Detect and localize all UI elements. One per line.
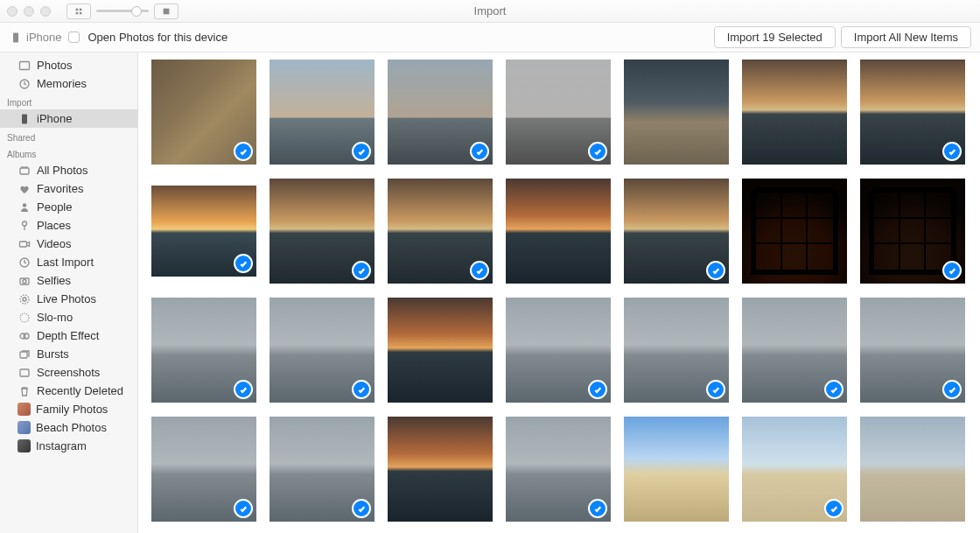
photo-thumbnail[interactable] [388,298,493,403]
photo-thumbnail[interactable] [270,179,374,284]
selected-check-icon [824,380,844,399]
sidebar-item-selfies[interactable]: Selfies [0,271,137,290]
photo-thumbnail[interactable] [506,179,611,284]
live-icon [18,292,32,306]
device-name: iPhone [26,31,61,44]
photo-thumbnail[interactable] [624,298,729,403]
thumbnail-size-slider[interactable] [96,10,149,12]
zoom-in-grid-button[interactable] [154,4,178,19]
sidebar-item-live-photos[interactable]: Live Photos [0,290,137,308]
open-photos-checkbox[interactable] [68,32,80,43]
device-indicator: iPhone [9,31,61,45]
sidebar-item-family-photos[interactable]: Family Photos [0,400,137,418]
trash-icon [18,384,32,398]
svg-rect-22 [20,369,29,376]
selected-check-icon [588,499,607,518]
import-toolbar: iPhone Open Photos for this device Impor… [0,23,980,53]
selected-check-icon [824,499,844,518]
heart-icon [18,182,32,196]
phone-icon [9,31,23,45]
sidebar-item-favorites[interactable]: Favorites [0,179,137,198]
photo-thumbnail[interactable] [860,60,965,165]
video-icon [18,237,32,251]
album-thumb-icon [18,403,31,416]
sidebar-item-bursts[interactable]: Bursts [0,345,137,363]
selected-check-icon [942,380,962,399]
photo-thumbnail[interactable] [151,186,256,277]
svg-rect-8 [22,114,27,123]
photo-thumbnail[interactable] [742,417,847,522]
photo-thumbnail[interactable] [742,298,847,403]
sidebar-item-places[interactable]: Places [0,216,137,235]
photo-thumbnail[interactable] [860,417,965,522]
svg-rect-9 [20,168,29,174]
photo-thumbnail[interactable] [388,60,493,165]
photo-thumbnail[interactable] [151,417,256,522]
svg-rect-3 [80,11,82,13]
photo-thumbnail[interactable] [742,60,847,165]
selected-check-icon [470,261,489,280]
sidebar-item-videos[interactable]: Videos [0,235,137,253]
sidebar-header-import: Import [0,93,137,109]
import-grid[interactable] [138,53,980,533]
sidebar-item-instagram[interactable]: Instagram [0,437,137,455]
selected-check-icon [706,380,725,399]
svg-rect-21 [20,352,27,358]
clock-icon [18,256,32,270]
photo-thumbnail[interactable] [388,417,493,522]
screenshot-icon [18,366,32,380]
sidebar-item-depth-effect[interactable]: Depth Effect [0,326,137,345]
sidebar-item-last-import[interactable]: Last Import [0,253,137,271]
selected-check-icon [234,380,253,399]
photo-thumbnail[interactable] [270,60,374,165]
sidebar-item-photos[interactable]: Photos [0,56,137,74]
photo-thumbnail[interactable] [151,298,256,403]
slomo-icon [18,311,32,325]
photo-thumbnail[interactable] [506,60,611,165]
svg-point-18 [20,313,29,322]
svg-rect-0 [76,8,79,10]
minimize-window-button[interactable] [24,6,34,17]
svg-rect-12 [20,242,27,247]
photo-thumbnail[interactable] [388,179,493,284]
window-title: Import [474,4,507,18]
svg-point-16 [23,298,26,301]
photo-thumbnail[interactable] [860,298,965,403]
photo-thumbnail[interactable] [151,60,256,165]
photo-thumbnail[interactable] [270,417,374,522]
sidebar-item-slomo[interactable]: Slo-mo [0,308,137,326]
photo-thumbnail[interactable] [624,60,729,165]
bursts-icon [18,347,32,361]
stack-icon [18,164,32,178]
sidebar-item-all-photos[interactable]: All Photos [0,161,137,179]
window-controls [7,6,51,17]
photo-thumbnail[interactable] [506,298,611,403]
sidebar-item-beach-photos[interactable]: Beach Photos [0,418,137,437]
sidebar-header-shared: Shared [0,128,137,144]
photo-thumbnail[interactable] [624,417,729,522]
photo-thumbnail[interactable] [742,179,847,284]
sidebar-item-recently-deleted[interactable]: Recently Deleted [0,382,137,400]
sidebar-item-memories[interactable]: Memories [0,74,137,93]
depth-icon [18,329,32,343]
album-thumb-icon [18,439,31,452]
sidebar-item-iphone[interactable]: iPhone [0,109,137,128]
photo-thumbnail[interactable] [624,179,729,284]
import-all-button[interactable]: Import All New Items [841,26,971,48]
sidebar-header-albums: Albums [0,144,137,161]
phone-icon [18,112,32,126]
photo-thumbnail[interactable] [860,179,965,284]
photo-thumbnail[interactable] [506,417,611,522]
zoom-out-grid-button[interactable] [66,4,91,19]
photo-thumbnail[interactable] [270,298,374,403]
fullscreen-window-button[interactable] [40,6,51,17]
close-window-button[interactable] [7,6,18,17]
selected-check-icon [942,142,962,161]
import-selected-button[interactable]: Import 19 Selected [714,26,836,48]
sidebar-item-people[interactable]: People [0,198,137,216]
svg-point-15 [23,279,26,283]
svg-rect-4 [164,8,170,14]
selected-check-icon [588,142,607,161]
sidebar-item-screenshots[interactable]: Screenshots [0,363,137,382]
svg-point-10 [23,203,26,207]
